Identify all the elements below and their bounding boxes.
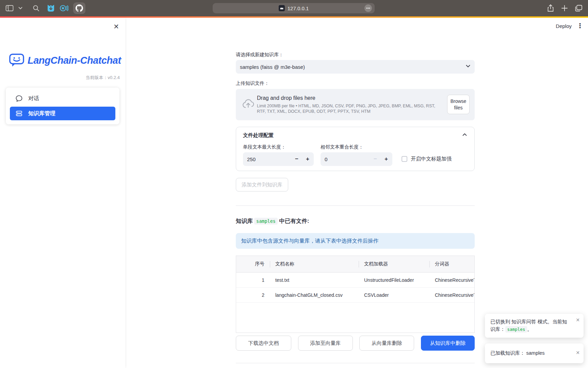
- table-header: 序号 文档名称 文档加载器 分词器: [236, 256, 474, 273]
- share-icon[interactable]: [547, 4, 554, 12]
- close-icon[interactable]: ✕: [576, 318, 580, 322]
- toast-mode-switched: 已切换到 知识库问答 模式。当前知识库：samples。 ✕: [485, 314, 584, 338]
- delete-from-vector-store-button[interactable]: 从向量库删除: [359, 336, 414, 351]
- logo-chat-icon: [9, 53, 24, 67]
- file-config-expander: 文件处理配置 单段文本最大长度： 相邻文本重合长度： 250 − + 0 − +…: [236, 127, 475, 171]
- kb-name-code: samples: [505, 326, 527, 333]
- kb-files-title: 知识库 samples 中已有文件:: [236, 217, 309, 225]
- chat-bubble-icon: [15, 95, 23, 102]
- pinned-tab-broadcast-icon[interactable]: [60, 4, 68, 12]
- minus-button-disabled: −: [370, 152, 381, 166]
- add-to-vector-store-button[interactable]: 添加至向量库: [298, 336, 353, 351]
- sidebar-menu: 对话 知识库管理: [6, 88, 119, 124]
- sidebar-chevron-down-icon[interactable]: [18, 7, 22, 10]
- kb-select-label: 请选择或新建知识库：: [236, 52, 283, 58]
- sidebar: ✕ LangChain-Chatchat 当前版本：v0.2.4 对话 知识库管…: [0, 18, 125, 368]
- column-header-splitter[interactable]: 分词器: [429, 256, 474, 272]
- table-row[interactable]: 1 test.txt UnstructuredFileLoader Chines…: [236, 273, 474, 288]
- page-settings-icon[interactable]: [364, 4, 372, 12]
- plus-button[interactable]: +: [302, 152, 313, 166]
- checkbox-label: 开启中文标题加强: [411, 156, 452, 162]
- upload-label: 上传知识文件：: [236, 80, 269, 87]
- download-selected-button[interactable]: 下载选中文档: [236, 336, 291, 351]
- info-alert: 知识库中包含源文件与向量库，请从下表中选择文件后操作: [236, 233, 475, 249]
- sidebar-close-icon[interactable]: ✕: [113, 23, 119, 30]
- file-dropzone[interactable]: Drag and drop files here Limit 200MB per…: [236, 89, 475, 120]
- expander-title[interactable]: 文件处理配置: [243, 132, 274, 139]
- github-tab-button[interactable]: [73, 2, 85, 14]
- kebab-menu-icon[interactable]: ⋮: [577, 22, 583, 30]
- url-text: 127.0.0.1: [288, 5, 309, 11]
- minus-button[interactable]: −: [291, 152, 302, 166]
- table-row[interactable]: 2 langchain-ChatGLM_closed.csv CSVLoader…: [236, 288, 474, 303]
- chunk-overlap-label: 相邻文本重合长度：: [321, 144, 363, 150]
- add-files-button: 添加文件到知识库: [236, 178, 288, 191]
- column-header-loader[interactable]: 文档加载器: [359, 256, 429, 272]
- sidebar-toggle-icon[interactable]: [5, 5, 14, 12]
- sidebar-item-label: 对话: [28, 95, 39, 102]
- pinned-tab-bookmark-icon[interactable]: [47, 4, 55, 12]
- chunk-size-input[interactable]: 250 − +: [243, 152, 314, 166]
- chevron-up-icon[interactable]: [462, 133, 467, 136]
- page-canvas: 127.0.0.1 ✕ LangChain-Chatchat: [0, 0, 588, 368]
- delete-from-kb-button[interactable]: 从知识库中删除: [421, 336, 475, 351]
- site-favicon-icon: [279, 5, 285, 11]
- chunk-overlap-value: 0: [325, 156, 327, 162]
- sidebar-item-label: 知识库管理: [28, 110, 55, 117]
- sidebar-item-knowledge-base[interactable]: 知识库管理: [10, 107, 115, 120]
- kb-selectbox-value: samples (faiss @ m3e-base): [240, 64, 305, 70]
- column-header-index[interactable]: 序号: [236, 256, 270, 272]
- chevron-down-icon: [466, 65, 470, 67]
- table-actions: 下载选中文档 添加至向量库 从向量库删除 从知识库中删除: [236, 336, 475, 351]
- app-logo: LangChain-Chatchat: [9, 53, 121, 67]
- database-stack-icon: [15, 110, 23, 117]
- address-bar[interactable]: 127.0.0.1: [213, 3, 375, 13]
- divider: [236, 363, 475, 363]
- divider: [236, 205, 475, 206]
- search-icon[interactable]: [33, 5, 39, 12]
- kb-name-code: samples: [254, 218, 278, 225]
- github-icon: [76, 4, 83, 12]
- chunk-overlap-input[interactable]: 0 − +: [321, 152, 392, 166]
- column-header-docname[interactable]: 文档名称: [270, 256, 359, 272]
- new-tab-icon[interactable]: [561, 5, 568, 11]
- kb-selectbox[interactable]: samples (faiss @ m3e-base): [236, 60, 475, 74]
- app-header: Deploy ⋮: [125, 18, 588, 37]
- dropzone-hint: Limit 200MB per file • HTML, MD, JSON, C…: [257, 103, 441, 114]
- kb-files-table: 序号 文档名称 文档加载器 分词器 1 test.txt Unstructure…: [236, 256, 475, 333]
- sidebar-item-dialogue[interactable]: 对话: [10, 92, 115, 105]
- info-text: 知识库中包含源文件与向量库，请从下表中选择文件后操作: [241, 237, 378, 245]
- zh-title-enhance-checkbox[interactable]: 开启中文标题加强: [402, 156, 452, 162]
- chunk-size-label: 单段文本最大长度：: [243, 144, 286, 150]
- browse-files-button[interactable]: Browse files: [447, 95, 470, 114]
- close-icon[interactable]: ✕: [576, 350, 580, 355]
- plus-button[interactable]: +: [381, 152, 392, 166]
- dropzone-title: Drag and drop files here: [257, 95, 441, 102]
- deploy-button[interactable]: Deploy: [556, 23, 572, 29]
- logo-text: LangChain-Chatchat: [28, 55, 121, 66]
- toast-kb-loaded: 已加载知识库： samples ✕: [485, 343, 584, 363]
- checkbox-box[interactable]: [402, 156, 407, 162]
- chunk-size-value: 250: [247, 156, 256, 162]
- browser-toolbar: 127.0.0.1: [0, 0, 588, 16]
- cloud-upload-icon: [242, 98, 255, 109]
- tab-overview-icon[interactable]: [575, 5, 583, 12]
- version-label: 当前版本：v0.2.4: [86, 75, 120, 81]
